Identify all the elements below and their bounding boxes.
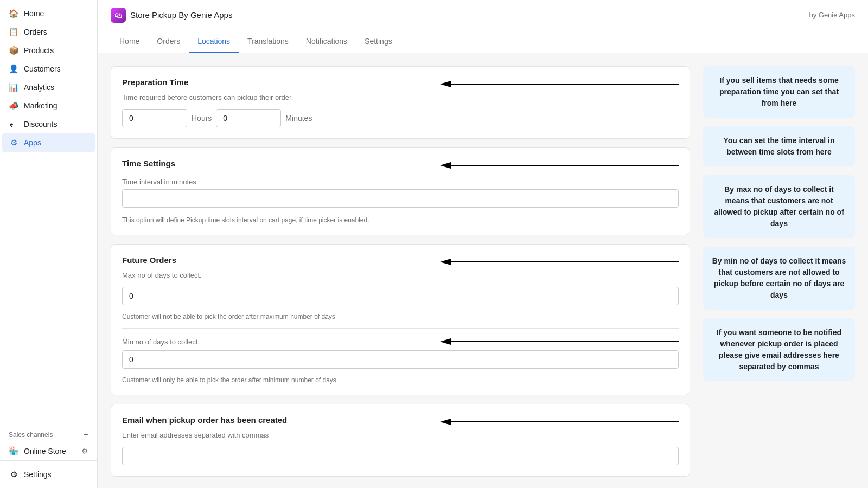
time-settings-title: Time Settings bbox=[122, 159, 440, 168]
max-days-input[interactable] bbox=[122, 287, 679, 305]
preparation-time-subtitle: Time required before customers can picku… bbox=[122, 93, 679, 101]
discounts-icon: 🏷 bbox=[9, 119, 18, 129]
main-cards: Preparation Time Time required before cu… bbox=[111, 66, 690, 477]
home-icon: 🏠 bbox=[9, 9, 18, 18]
sidebar-item-label: Home bbox=[24, 9, 44, 18]
sidebar-item-label: Marketing bbox=[24, 101, 57, 110]
email-notification-subtitle: Enter email addresses separated with com… bbox=[122, 431, 679, 439]
arrow-icon bbox=[440, 79, 679, 89]
arrow-icon bbox=[440, 416, 679, 427]
future-orders-subtitle: Max no of days to collect. bbox=[122, 271, 679, 279]
by-label: by Genie Apps bbox=[809, 11, 855, 19]
settings-icon: ⚙ bbox=[9, 470, 18, 479]
sidebar-item-label: Settings bbox=[24, 470, 52, 479]
tab-orders[interactable]: Orders bbox=[148, 30, 189, 53]
sidebar: 🏠 Home 📋 Orders 📦 Products 👤 Customers 📊… bbox=[0, 0, 98, 488]
max-days-hint: Customer will not be able to pick the or… bbox=[122, 313, 679, 320]
email-notification-title: Email when pickup order has been created bbox=[122, 415, 440, 425]
tooltips-panel: If you sell items that needs some prepar… bbox=[703, 66, 855, 381]
sidebar-item-marketing[interactable]: 📣 Marketing bbox=[2, 97, 95, 115]
sidebar-item-discounts[interactable]: 🏷 Discounts bbox=[2, 115, 95, 133]
preparation-time-inputs: Hours Minutes bbox=[122, 109, 679, 127]
sidebar-item-label: Apps bbox=[24, 138, 41, 147]
sidebar-item-online-store[interactable]: 🏪 Online Store ⚙ bbox=[2, 442, 95, 460]
sidebar-item-apps[interactable]: ⚙ Apps bbox=[2, 133, 95, 152]
svg-marker-7 bbox=[440, 338, 451, 345]
tab-settings[interactable]: Settings bbox=[356, 30, 401, 53]
add-sales-channel-button[interactable]: + bbox=[84, 430, 88, 440]
app-name: Store Pickup By Genie Apps bbox=[130, 10, 232, 20]
hours-label: Hours bbox=[192, 114, 212, 123]
online-store-settings-icon[interactable]: ⚙ bbox=[81, 447, 88, 455]
sidebar-item-label: Analytics bbox=[24, 83, 54, 92]
tab-notifications[interactable]: Notifications bbox=[297, 30, 356, 53]
sidebar-item-label: Discounts bbox=[24, 120, 57, 129]
minutes-input[interactable] bbox=[216, 109, 281, 127]
sales-channels-section: Sales channels + bbox=[0, 423, 97, 442]
min-days-hint: Customer will only be able to pick the o… bbox=[122, 376, 679, 384]
sidebar-item-home[interactable]: 🏠 Home bbox=[2, 4, 95, 23]
arrow-icon bbox=[440, 336, 679, 347]
apps-icon: ⚙ bbox=[9, 138, 18, 147]
future-orders-card: Future Orders Max no of days to collect.… bbox=[111, 244, 690, 395]
orders-icon: 📋 bbox=[9, 27, 18, 37]
customers-icon: 👤 bbox=[9, 64, 18, 74]
min-days-label: Min no of days to collect. bbox=[122, 338, 440, 346]
tooltip-max-days: By max no of days to collect it means th… bbox=[703, 175, 855, 238]
sidebar-item-label: Online Store bbox=[24, 447, 66, 455]
time-interval-label: Time interval in minutes bbox=[122, 178, 679, 186]
marketing-icon: 📣 bbox=[9, 101, 18, 111]
analytics-icon: 📊 bbox=[9, 82, 18, 92]
svg-marker-5 bbox=[440, 259, 451, 265]
time-interval-input[interactable] bbox=[122, 189, 679, 208]
content-area: Preparation Time Time required before cu… bbox=[98, 53, 868, 488]
main-area: 🛍 Store Pickup By Genie Apps by Genie Ap… bbox=[98, 0, 868, 488]
topbar: 🛍 Store Pickup By Genie Apps by Genie Ap… bbox=[98, 0, 868, 30]
minutes-label: Minutes bbox=[285, 114, 312, 123]
preparation-time-title: Preparation Time bbox=[122, 78, 440, 87]
svg-marker-3 bbox=[440, 162, 451, 169]
tab-translations[interactable]: Translations bbox=[239, 30, 297, 53]
sidebar-item-orders[interactable]: 📋 Orders bbox=[2, 23, 95, 41]
email-input[interactable] bbox=[122, 447, 679, 465]
svg-marker-1 bbox=[440, 81, 451, 87]
hours-input[interactable] bbox=[122, 109, 187, 127]
time-settings-card: Time Settings Time interval in minutes T… bbox=[111, 147, 690, 235]
min-days-input[interactable] bbox=[122, 350, 679, 369]
svg-marker-9 bbox=[440, 419, 451, 425]
tooltip-min-days: By min no of days to collect it means th… bbox=[703, 247, 855, 310]
sidebar-bottom: ⚙ Settings bbox=[0, 460, 97, 488]
preparation-time-card: Preparation Time Time required before cu… bbox=[111, 66, 690, 139]
sidebar-item-customers[interactable]: 👤 Customers bbox=[2, 60, 95, 78]
tooltip-preparation: If you sell items that needs some prepar… bbox=[703, 66, 855, 118]
online-store-icon: 🏪 bbox=[9, 446, 18, 456]
sidebar-item-analytics[interactable]: 📊 Analytics bbox=[2, 78, 95, 97]
arrow-icon bbox=[440, 256, 679, 267]
tooltip-email: If you want someone to be notified whene… bbox=[703, 318, 855, 381]
sidebar-item-label: Customers bbox=[24, 65, 61, 73]
tab-home[interactable]: Home bbox=[111, 30, 148, 53]
products-icon: 📦 bbox=[9, 46, 18, 55]
future-orders-title: Future Orders bbox=[122, 255, 440, 265]
arrow-icon bbox=[440, 160, 679, 171]
tooltip-time-settings: You can set the time interval in between… bbox=[703, 126, 855, 166]
sidebar-nav: 🏠 Home 📋 Orders 📦 Products 👤 Customers 📊… bbox=[0, 0, 97, 423]
email-notification-card: Email when pickup order has been created… bbox=[111, 404, 690, 477]
sidebar-item-products[interactable]: 📦 Products bbox=[2, 41, 95, 60]
app-logo: 🛍 Store Pickup By Genie Apps bbox=[111, 8, 232, 23]
sidebar-item-settings[interactable]: ⚙ Settings bbox=[2, 465, 95, 484]
sidebar-item-label: Products bbox=[24, 46, 54, 55]
tabs: Home Orders Locations Translations Notif… bbox=[98, 30, 868, 53]
time-settings-hint: This option will define Pickup time slot… bbox=[122, 216, 679, 224]
tab-locations[interactable]: Locations bbox=[189, 30, 239, 53]
app-logo-icon: 🛍 bbox=[111, 8, 126, 23]
sidebar-item-label: Orders bbox=[24, 28, 47, 36]
